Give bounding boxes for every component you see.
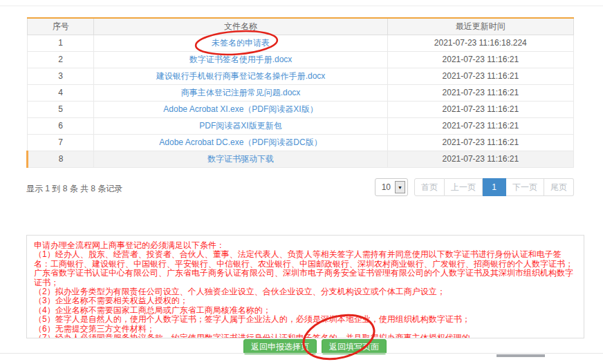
table-row: 5 Adobe Acrobat XI.exe（PDF阅读器XI版） 2021-0… — [28, 101, 574, 117]
page-button-group: 首页 上一页 1 下一页 尾页 — [414, 178, 574, 196]
updated-time: 2021-07-23 11:16:21 — [387, 84, 573, 101]
prev-page-button[interactable]: 上一页 — [445, 178, 483, 196]
table-row: 1 未签名的申请表 2021-07-23 11:16:18.224 — [28, 35, 574, 51]
updated-time: 2021-07-23 11:16:21 — [387, 101, 573, 117]
file-name-cell: Adobe Acrobat DC.exe（PDF阅读器DC版） — [94, 134, 387, 151]
file-name-cell: Adobe Acrobat XI.exe（PDF阅读器XI版） — [94, 101, 387, 117]
page-size-select[interactable]: 10 ▼ — [375, 178, 408, 196]
updated-time: 2021-07-23 11:16:18.224 — [387, 35, 573, 51]
file-download-link[interactable]: Adobe Acrobat XI.exe（PDF阅读器XI版） — [163, 104, 317, 114]
file-name-cell: PDF阅读器XI版更新包 — [94, 117, 387, 134]
table-row: 3 建设银行手机银行商事登记签名操作手册.docx 2021-07-23 11:… — [28, 68, 574, 84]
page-size-value: 10 — [375, 182, 394, 192]
column-header-updated: 最近更新时间 — [387, 18, 573, 35]
current-page-button[interactable]: 1 — [483, 178, 506, 196]
notice-line: （4）企业名称不需要国家工商总局或广东省工商局核准名称的； — [34, 306, 577, 315]
back-to-declare-select-button[interactable]: 返回申报选择页 — [243, 339, 317, 354]
table-row: 6 PDF阅读器XI版更新包 2021-07-23 11:16:21 — [28, 117, 574, 134]
bottom-action-buttons: 返回申报选择页 返回填写页面 — [243, 339, 387, 354]
file-download-link[interactable]: Adobe Acrobat DC.exe（PDF阅读器DC版） — [159, 137, 322, 147]
file-table: 序号 文件名称 最近更新时间 1 未签名的申请表 2021-07-23 11:1… — [26, 17, 574, 168]
file-table-container: 序号 文件名称 最近更新时间 1 未签名的申请表 2021-07-23 11:1… — [26, 17, 574, 168]
file-name-cell: 建设银行手机银行商事登记签名操作手册.docx — [94, 68, 387, 84]
chevron-down-icon: ▼ — [395, 181, 405, 193]
updated-time: 2021-07-23 11:16:21 — [387, 117, 573, 134]
file-download-link[interactable]: 商事主体登记注册常见问题.docx — [181, 88, 301, 97]
row-index: 4 — [28, 84, 94, 101]
table-row: 8 数字证书驱动下载 2021-07-23 11:16:21 — [28, 151, 574, 167]
file-name-cell: 未签名的申请表 — [94, 35, 387, 51]
last-page-button[interactable]: 尾页 — [544, 178, 574, 196]
file-download-link[interactable]: 数字证书驱动下载 — [207, 154, 274, 164]
row-index: 6 — [28, 117, 94, 134]
column-header-filename: 文件名称 — [94, 18, 387, 35]
file-name-cell: 数字证书驱动下载 — [94, 151, 387, 167]
bottom-divider — [0, 353, 603, 354]
back-to-fill-page-button[interactable]: 返回填写页面 — [322, 339, 387, 354]
row-index: 5 — [28, 101, 94, 117]
requirements-notice-box: 申请办理全流程网上商事登记的必须满足以下条件： （1）经办人、股东、经营者、投资… — [26, 235, 584, 338]
table-row: 7 Adobe Acrobat DC.exe（PDF阅读器DC版） 2021-0… — [28, 134, 574, 151]
notice-line: （5）签字人是自然人的，使用个人数字证书；签字人属于企业法人的，必须是深圳本地企… — [34, 315, 577, 324]
row-index: 3 — [28, 68, 94, 84]
table-row: 2 数字证书签名使用手册.docx 2021-07-23 11:16:21 — [28, 51, 574, 68]
file-download-link[interactable]: 未签名的申请表 — [212, 38, 270, 48]
table-row: 4 商事主体登记注册常见问题.docx 2021-07-23 11:16:21 — [28, 84, 574, 101]
first-page-button[interactable]: 首页 — [414, 178, 445, 196]
next-page-button[interactable]: 下一页 — [506, 178, 544, 196]
row-index: 1 — [28, 35, 94, 51]
scrollbar-thumb[interactable] — [497, 354, 545, 357]
notice-line: （7）经办人必须同意服务协议条款，约定使用数字证书进行身份认证和电子签名的，并且… — [34, 334, 577, 338]
row-index: 7 — [28, 134, 94, 151]
file-download-link[interactable]: PDF阅读器XI版更新包 — [199, 121, 281, 131]
updated-time: 2021-07-23 11:16:21 — [387, 134, 573, 151]
record-count-summary: 显示 1 到 8 条 共 8 条记录 — [26, 183, 122, 195]
updated-time: 2021-07-23 11:16:21 — [387, 51, 573, 68]
pagination-controls: 10 ▼ 首页 上一页 1 下一页 尾页 — [375, 178, 574, 196]
row-index: 8 — [28, 151, 94, 167]
row-index: 2 — [28, 51, 94, 68]
pagination-bar: 显示 1 到 8 条 共 8 条记录 10 ▼ 首页 上一页 1 下一页 尾页 — [26, 178, 574, 198]
notice-line: （1）经办人、股东、经营者、投资者、合伙人、董事、法定代表人、负责人等相关签字人… — [34, 250, 577, 287]
file-download-link[interactable]: 数字证书签名使用手册.docx — [189, 55, 293, 64]
notice-line: （3）企业名称不需要相关权益人授权的； — [34, 296, 577, 305]
file-name-cell: 商事主体登记注册常见问题.docx — [94, 84, 387, 101]
table-header-row: 序号 文件名称 最近更新时间 — [28, 18, 574, 35]
top-divider — [0, 6, 603, 6]
column-header-index: 序号 — [28, 18, 94, 35]
notice-line: 申请办理全流程网上商事登记的必须满足以下条件： — [34, 241, 577, 250]
updated-time: 2021-07-23 11:16:21 — [387, 151, 573, 167]
updated-time: 2021-07-23 11:16:21 — [387, 68, 573, 84]
notice-line: （6）无需提交第三方文件材料； — [34, 325, 577, 334]
file-name-cell: 数字证书签名使用手册.docx — [94, 51, 387, 68]
file-download-link[interactable]: 建设银行手机银行商事登记签名操作手册.docx — [156, 71, 326, 81]
notice-line: （2）拟办业务类型为有限责任公司设立、个人独资企业设立、合伙企业设立、分支机构设… — [34, 287, 577, 296]
